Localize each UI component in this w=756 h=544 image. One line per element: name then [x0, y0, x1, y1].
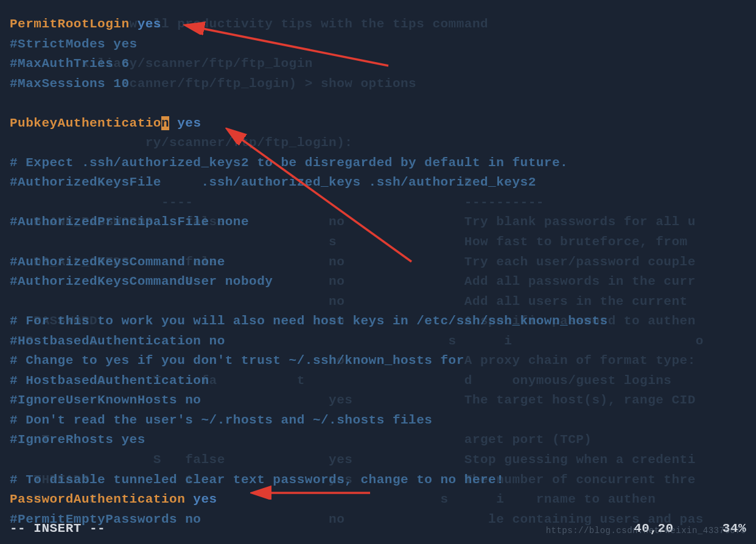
- editor-line[interactable]: #AuthorizedKeysCommand none: [10, 253, 746, 273]
- editor-line[interactable]: # Expect .ssh/authorized_keys2 to be dis…: [10, 153, 746, 173]
- segment-directive: PubkeyAuthenticatio: [10, 116, 161, 130]
- editor-line[interactable]: #MaxAuthTries 6: [10, 54, 746, 74]
- editor-blank-line[interactable]: [10, 94, 746, 114]
- editor-buffer[interactable]: PermitRootLogin yes#StrictModes yes#MaxA…: [10, 15, 746, 529]
- editor-blank-line[interactable]: [10, 232, 746, 253]
- editor-blank-line[interactable]: [10, 450, 746, 470]
- editor-line[interactable]: #HostbasedAuthentication no: [10, 332, 746, 352]
- segment-comment: # Change to yes if you don't trust ~/.ss…: [10, 354, 464, 368]
- editor-line[interactable]: # Don't read the user's ~/.rhosts and ~/…: [10, 411, 746, 431]
- segment-comment: # Don't read the user's ~/.rhosts and ~/…: [10, 413, 432, 427]
- segment-directive: PermitRootLogin: [10, 17, 138, 31]
- segment-comment: #IgnoreRhosts yes: [10, 433, 145, 447]
- editor-line[interactable]: PubkeyAuthentication yes: [10, 114, 746, 134]
- editor-line[interactable]: # For this to work you will also need ho…: [10, 312, 746, 332]
- editor-line[interactable]: # To disable tunneled clear text passwor…: [10, 470, 746, 490]
- editor-line[interactable]: #StrictModes yes: [10, 35, 746, 55]
- segment-comment: #StrictModes yes: [10, 37, 138, 51]
- editor-line[interactable]: #IgnoreUserKnownHosts no: [10, 391, 746, 411]
- segment-comment: #AuthorizedKeysCommand none: [10, 255, 225, 269]
- segment-directive: [169, 116, 177, 130]
- editor-line[interactable]: # Change to yes if you don't trust ~/.ss…: [10, 351, 746, 371]
- segment-value-bold: yes: [138, 17, 161, 31]
- segment-value-bold: yes: [177, 116, 201, 130]
- segment-comment: # To disable tunneled clear text passwor…: [10, 473, 504, 487]
- segment-comment: #AuthorizedKeysFile .ssh/authorized_keys…: [10, 175, 536, 189]
- segment-comment: #MaxAuthTries 6: [10, 57, 130, 71]
- segment-comment: # HostbasedAuthentication: [10, 374, 209, 388]
- segment-comment: #MaxSessions 10: [10, 77, 130, 91]
- segment-comment: #AuthorizedKeysCommandUser nobody: [10, 274, 273, 288]
- editor-blank-line[interactable]: [10, 193, 746, 213]
- editor-blank-line[interactable]: [10, 292, 746, 312]
- editor-line[interactable]: PasswordAuthentication yes: [10, 490, 746, 510]
- editor-blank-line[interactable]: [10, 133, 746, 153]
- editor-line[interactable]: PermitRootLogin yes: [10, 15, 746, 35]
- editor-line[interactable]: #AuthorizedKeysFile .ssh/authorized_keys…: [10, 173, 746, 193]
- editor-line[interactable]: #AuthorizedKeysCommandUser nobody: [10, 272, 746, 292]
- segment-comment: # For this to work you will also need ho…: [10, 314, 608, 328]
- segment-directive: PasswordAuthentication: [10, 492, 193, 506]
- segment-comment: #IgnoreUserKnownHosts no: [10, 393, 201, 407]
- editor-line[interactable]: #IgnoreRhosts yes: [10, 430, 746, 450]
- segment-comment: # Expect .ssh/authorized_keys2 to be dis…: [10, 156, 568, 170]
- segment-cursor-bg: n: [161, 116, 169, 130]
- editor-line[interactable]: #MaxSessions 10: [10, 74, 746, 94]
- segment-value-bold: yes: [193, 492, 217, 506]
- editor-line[interactable]: #AuthorizedPrincipalsFile none: [10, 212, 746, 232]
- vim-mode-indicator: -- INSERT --: [10, 519, 105, 539]
- editor-line[interactable]: # HostbasedAuthentication: [10, 371, 746, 391]
- segment-comment: #HostbasedAuthentication no: [10, 334, 225, 348]
- segment-comment: #AuthorizedPrincipalsFile none: [10, 215, 249, 229]
- watermark-text: https://blog.csdn.net/weixin_43376075: [546, 525, 746, 538]
